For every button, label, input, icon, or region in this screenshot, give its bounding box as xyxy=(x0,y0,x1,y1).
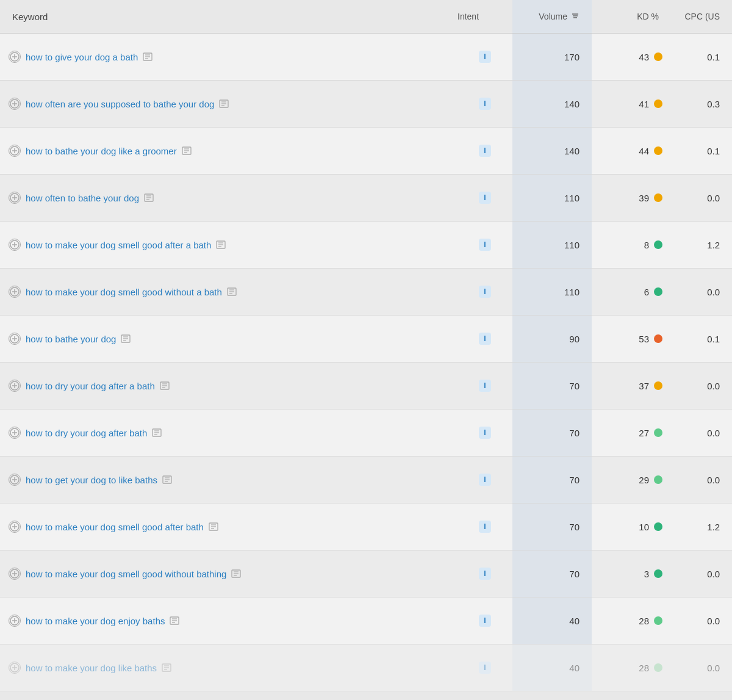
table-header: Keyword Intent Volume KD % CPC (US xyxy=(0,0,732,34)
add-icon[interactable] xyxy=(9,239,21,251)
kd-value: 3 xyxy=(644,569,649,579)
page-icon xyxy=(152,428,162,437)
volume-cell: 140 xyxy=(512,81,592,127)
keyword-link[interactable]: how often are you supposed to bathe your… xyxy=(26,99,214,109)
kd-value: 29 xyxy=(639,475,649,485)
intent-cell: I xyxy=(458,474,512,486)
kd-value: 27 xyxy=(639,428,649,438)
keyword-link[interactable]: how to dry your dog after a bath xyxy=(26,381,155,391)
cpc-cell: 0.1 xyxy=(671,146,732,156)
header-volume-wrapper: Volume xyxy=(512,0,592,33)
kd-dot xyxy=(654,52,662,61)
kd-dot xyxy=(654,428,662,437)
keyword-link[interactable]: how to make your dog smell good after a … xyxy=(26,240,211,250)
kd-cell: 44 xyxy=(592,146,671,156)
header-intent: Intent xyxy=(458,12,512,21)
keyword-link[interactable]: how to bathe your dog xyxy=(26,334,116,344)
kd-dot xyxy=(654,522,662,531)
kd-value: 28 xyxy=(639,616,649,626)
intent-badge: I xyxy=(479,145,490,157)
kd-value: 43 xyxy=(639,52,649,62)
add-icon[interactable] xyxy=(9,192,21,204)
keyword-link[interactable]: how to make your dog like baths xyxy=(26,663,157,673)
volume-cell: 90 xyxy=(512,316,592,362)
cpc-cell: 1.2 xyxy=(671,240,732,250)
intent-cell: I xyxy=(458,239,512,251)
keyword-link[interactable]: how often to bathe your dog xyxy=(26,193,139,203)
page-icon xyxy=(219,99,229,108)
kd-value: 53 xyxy=(639,334,649,344)
add-icon[interactable] xyxy=(9,51,21,63)
page-icon xyxy=(170,616,179,625)
table-body: how to give your dog a bath I 170 43 xyxy=(0,34,732,691)
intent-badge: I xyxy=(479,333,490,345)
keyword-table: Keyword Intent Volume KD % CPC (US xyxy=(0,0,732,691)
volume-cell: 40 xyxy=(512,644,592,691)
cpc-cell: 0.0 xyxy=(671,287,732,297)
keyword-link[interactable]: how to make your dog enjoy baths xyxy=(26,616,165,626)
kd-dot xyxy=(654,240,662,249)
keyword-link[interactable]: how to give your dog a bath xyxy=(26,52,138,62)
table-row: how to make your dog smell good without … xyxy=(0,550,732,597)
intent-badge: I xyxy=(479,662,490,674)
keyword-cell: how to dry your dog after bath xyxy=(0,427,458,439)
intent-cell: I xyxy=(458,51,512,63)
cpc-cell: 0.0 xyxy=(671,193,732,203)
add-icon[interactable] xyxy=(9,568,21,580)
page-icon xyxy=(121,334,131,343)
keyword-link[interactable]: how to bathe your dog like a groomer xyxy=(26,146,177,156)
intent-badge: I xyxy=(479,568,490,580)
kd-cell: 10 xyxy=(592,522,671,532)
keyword-link[interactable]: how to make your dog smell good after ba… xyxy=(26,522,204,532)
kd-cell: 3 xyxy=(592,569,671,579)
add-icon[interactable] xyxy=(9,145,21,157)
page-icon xyxy=(209,522,218,531)
intent-cell: I xyxy=(458,286,512,298)
add-icon[interactable] xyxy=(9,662,21,674)
add-icon[interactable] xyxy=(9,615,21,627)
add-icon[interactable] xyxy=(9,380,21,392)
keyword-link[interactable]: how to make your dog smell good without … xyxy=(26,287,222,297)
add-icon[interactable] xyxy=(9,474,21,486)
page-icon xyxy=(227,287,237,296)
kd-cell: 8 xyxy=(592,240,671,250)
cpc-cell: 0.1 xyxy=(671,334,732,344)
kd-dot xyxy=(654,334,662,343)
table-row: how to give your dog a bath I 170 43 xyxy=(0,34,732,81)
keyword-cell: how to make your dog smell good without … xyxy=(0,286,458,298)
volume-filter-icon[interactable] xyxy=(571,12,580,22)
add-icon[interactable] xyxy=(9,427,21,439)
table-row: how to dry your dog after a bath I 70 37 xyxy=(0,363,732,410)
intent-badge: I xyxy=(479,239,490,251)
add-icon[interactable] xyxy=(9,521,21,533)
kd-dot xyxy=(654,663,662,672)
header-cpc: CPC (US xyxy=(671,12,732,21)
intent-badge: I xyxy=(479,380,490,392)
cpc-cell: 0.0 xyxy=(671,475,732,485)
keyword-link[interactable]: how to dry your dog after bath xyxy=(26,428,147,438)
intent-cell: I xyxy=(458,380,512,392)
add-icon[interactable] xyxy=(9,98,21,110)
table-row: how to dry your dog after bath I 70 27 xyxy=(0,410,732,456)
keyword-cell: how to bathe your dog xyxy=(0,333,458,345)
kd-cell: 43 xyxy=(592,52,671,62)
keyword-cell: how to give your dog a bath xyxy=(0,51,458,63)
kd-cell: 28 xyxy=(592,663,671,673)
kd-value: 44 xyxy=(639,146,649,156)
table-row: how often to bathe your dog I 110 39 xyxy=(0,175,732,222)
keyword-link[interactable]: how to get your dog to like baths xyxy=(26,475,157,485)
add-icon[interactable] xyxy=(9,286,21,298)
table-row: how to make your dog smell good after a … xyxy=(0,222,732,269)
keyword-cell: how to bathe your dog like a groomer xyxy=(0,145,458,157)
intent-badge: I xyxy=(479,615,490,627)
kd-dot xyxy=(654,99,662,108)
cpc-cell: 0.1 xyxy=(671,52,732,62)
table-row: how to make your dog smell good after ba… xyxy=(0,503,732,550)
volume-cell: 70 xyxy=(512,410,592,456)
volume-cell: 70 xyxy=(512,363,592,409)
add-icon[interactable] xyxy=(9,333,21,345)
keyword-link[interactable]: how to make your dog smell good without … xyxy=(26,569,226,579)
intent-cell: I xyxy=(458,568,512,580)
kd-value: 41 xyxy=(639,99,649,109)
page-icon xyxy=(143,52,152,61)
